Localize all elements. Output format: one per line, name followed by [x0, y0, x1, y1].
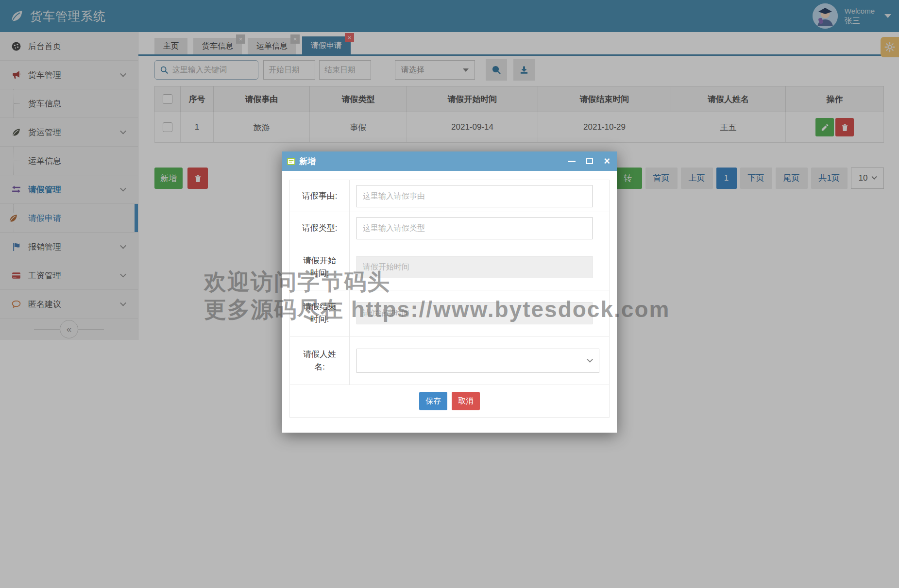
cancel-button[interactable]: 取消 — [452, 392, 480, 410]
screen: 货车管理系统 Welcome 张三 — [0, 0, 899, 588]
dialog-title: 新增 — [299, 156, 316, 167]
window-controls: × — [568, 156, 610, 166]
reason-input[interactable] — [356, 185, 593, 207]
dialog-body: 请假事由: 请假类型: 请假开始时间: — [282, 171, 617, 418]
form-row-reason: 请假事由: — [290, 180, 609, 212]
field-label: 请假结束时间: — [290, 290, 350, 336]
minimize-icon[interactable] — [568, 161, 576, 162]
dialog-titlebar[interactable]: 新增 × — [282, 151, 617, 171]
start-time-input[interactable] — [356, 256, 593, 278]
chevron-down-icon — [587, 356, 593, 363]
save-button[interactable]: 保存 — [419, 392, 447, 410]
form-row-type: 请假类型: — [290, 212, 609, 244]
field-label: 请假开始时间: — [290, 244, 350, 290]
window-icon — [287, 157, 295, 166]
add-dialog: 新增 × 请假事由: 请假类型: — [282, 151, 617, 433]
form-row-end: 请假结束时间: — [290, 290, 609, 336]
form-row-start: 请假开始时间: — [290, 244, 609, 290]
form-buttons-row: 保存 取消 — [290, 385, 609, 417]
end-time-input[interactable] — [356, 302, 593, 324]
type-input[interactable] — [356, 217, 593, 239]
person-name-select[interactable] — [356, 349, 599, 373]
maximize-icon[interactable] — [586, 158, 593, 164]
close-icon[interactable]: × — [604, 156, 610, 166]
dialog-form: 请假事由: 请假类型: 请假开始时间: — [289, 180, 610, 418]
field-label: 请假人姓名: — [290, 336, 350, 385]
field-label: 请假事由: — [290, 180, 350, 212]
field-label: 请假类型: — [290, 212, 350, 244]
form-row-name: 请假人姓名: — [290, 336, 609, 385]
